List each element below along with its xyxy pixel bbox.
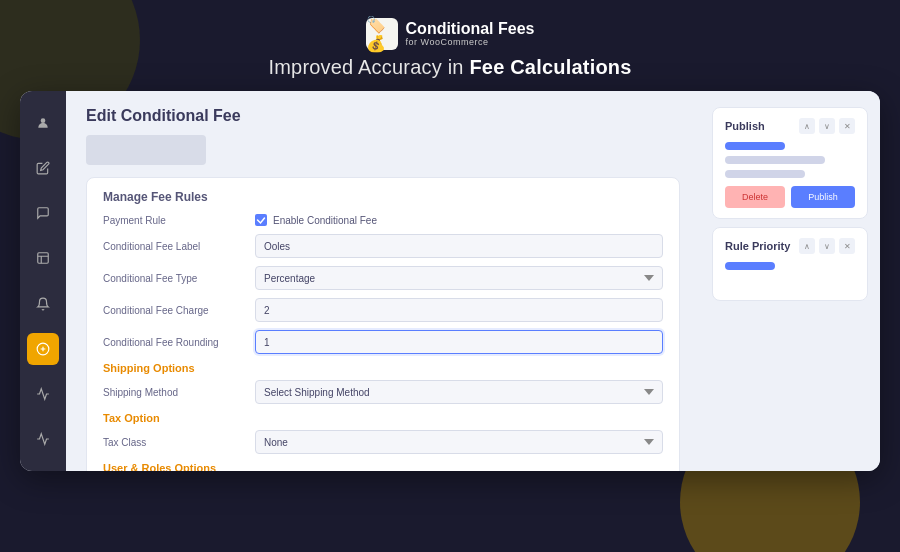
fee-rounding-row: Conditional Fee Rounding xyxy=(103,330,663,354)
sidebar-item-notifications[interactable] xyxy=(27,288,59,319)
logo-row: 🏷️💰 Conditional Fees for WooCommerce xyxy=(366,18,535,50)
publish-up-btn[interactable]: ∧ xyxy=(799,118,815,134)
sidebar-item-pages[interactable] xyxy=(27,243,59,274)
priority-controls: ∧ ∨ ✕ xyxy=(799,238,855,254)
logo-title: Conditional Fees xyxy=(406,20,535,38)
main-content: Edit Conditional Fee Manage Fee Rules Pa… xyxy=(20,91,880,471)
headline-prefix: Improved Accuracy in xyxy=(268,56,469,78)
priority-indicator xyxy=(725,262,775,270)
fee-label-input[interactable] xyxy=(255,234,663,258)
fee-type-value: Percentage Fixed xyxy=(255,266,663,290)
priority-down-btn[interactable]: ∨ xyxy=(819,238,835,254)
tax-option-title: Tax Option xyxy=(103,412,663,424)
form-area: Edit Conditional Fee Manage Fee Rules Pa… xyxy=(66,91,700,471)
logo-sub: for WooCommerce xyxy=(406,38,535,48)
delete-button[interactable]: Delete xyxy=(725,186,785,208)
sidebar-item-fees[interactable] xyxy=(27,333,59,364)
publish-card-header: Publish ∧ ∨ ✕ xyxy=(725,118,855,134)
right-panel: Publish ∧ ∨ ✕ Delete Publish xyxy=(700,91,880,471)
publish-button[interactable]: Publish xyxy=(791,186,855,208)
fee-charge-row: Conditional Fee Charge xyxy=(103,298,663,322)
svg-point-0 xyxy=(41,118,46,123)
fee-type-select[interactable]: Percentage Fixed xyxy=(255,266,663,290)
rule-priority-title: Rule Priority xyxy=(725,240,790,252)
priority-up-btn[interactable]: ∧ xyxy=(799,238,815,254)
publish-close-btn[interactable]: ✕ xyxy=(839,118,855,134)
sidebar-item-users[interactable] xyxy=(27,107,59,138)
publish-info-line-3 xyxy=(725,170,805,178)
manage-fee-rules-card: Manage Fee Rules Payment Rule Enable Con… xyxy=(86,177,680,471)
header: 🏷️💰 Conditional Fees for WooCommerce Imp… xyxy=(268,0,631,79)
fee-type-row: Conditional Fee Type Percentage Fixed xyxy=(103,266,663,290)
fee-charge-label: Conditional Fee Charge xyxy=(103,305,243,316)
rule-priority-card-header: Rule Priority ∧ ∨ ✕ xyxy=(725,238,855,254)
sidebar-item-comments[interactable] xyxy=(27,198,59,229)
payment-rule-row: Payment Rule Enable Conditional Fee xyxy=(103,214,663,226)
shipping-options-title: Shipping Options xyxy=(103,362,663,374)
manage-fee-rules-title: Manage Fee Rules xyxy=(103,190,663,204)
checkmark-icon xyxy=(255,214,267,226)
payment-rule-label: Payment Rule xyxy=(103,215,243,226)
fee-label-label: Conditional Fee Label xyxy=(103,241,243,252)
fee-rounding-input[interactable] xyxy=(255,330,663,354)
tax-class-select[interactable]: None xyxy=(255,430,663,454)
page-title: Edit Conditional Fee xyxy=(86,107,680,125)
svg-rect-1 xyxy=(38,253,49,264)
tax-class-value: None xyxy=(255,430,663,454)
fee-rounding-label: Conditional Fee Rounding xyxy=(103,337,243,348)
fee-label-value xyxy=(255,234,663,258)
rule-priority-card: Rule Priority ∧ ∨ ✕ xyxy=(712,227,868,301)
shipping-method-row: Shipping Method Select Shipping Method xyxy=(103,380,663,404)
sidebar-item-marketing[interactable] xyxy=(27,424,59,455)
fee-charge-value xyxy=(255,298,663,322)
fee-name-input-bar[interactable] xyxy=(86,135,206,165)
enable-fee-label: Enable Conditional Fee xyxy=(273,215,377,226)
payment-rule-value: Enable Conditional Fee xyxy=(255,214,663,226)
sidebar-item-analytics[interactable] xyxy=(27,379,59,410)
publish-actions: Delete Publish xyxy=(725,186,855,208)
publish-down-btn[interactable]: ∨ xyxy=(819,118,835,134)
logo-text-block: Conditional Fees for WooCommerce xyxy=(406,20,535,47)
publish-info-line-1 xyxy=(725,142,785,150)
publish-card-title: Publish xyxy=(725,120,765,132)
tax-class-label: Tax Class xyxy=(103,437,243,448)
enable-conditional-fee-checkbox[interactable]: Enable Conditional Fee xyxy=(255,214,663,226)
sidebar xyxy=(20,91,66,471)
shipping-method-select[interactable]: Select Shipping Method xyxy=(255,380,663,404)
priority-spacer xyxy=(725,270,855,290)
fee-type-label: Conditional Fee Type xyxy=(103,273,243,284)
headline: Improved Accuracy in Fee Calculations xyxy=(268,56,631,79)
publish-info-line-2 xyxy=(725,156,825,164)
priority-close-btn[interactable]: ✕ xyxy=(839,238,855,254)
shipping-method-label: Shipping Method xyxy=(103,387,243,398)
shipping-method-value: Select Shipping Method xyxy=(255,380,663,404)
sidebar-item-edit[interactable] xyxy=(27,152,59,183)
tax-class-row: Tax Class None xyxy=(103,430,663,454)
headline-bold: Fee Calculations xyxy=(469,56,631,78)
user-roles-title: User & Roles Options xyxy=(103,462,663,471)
fee-charge-input[interactable] xyxy=(255,298,663,322)
logo-icon: 🏷️💰 xyxy=(366,18,398,50)
publish-card: Publish ∧ ∨ ✕ Delete Publish xyxy=(712,107,868,219)
publish-controls: ∧ ∨ ✕ xyxy=(799,118,855,134)
fee-label-row: Conditional Fee Label xyxy=(103,234,663,258)
fee-rounding-value xyxy=(255,330,663,354)
